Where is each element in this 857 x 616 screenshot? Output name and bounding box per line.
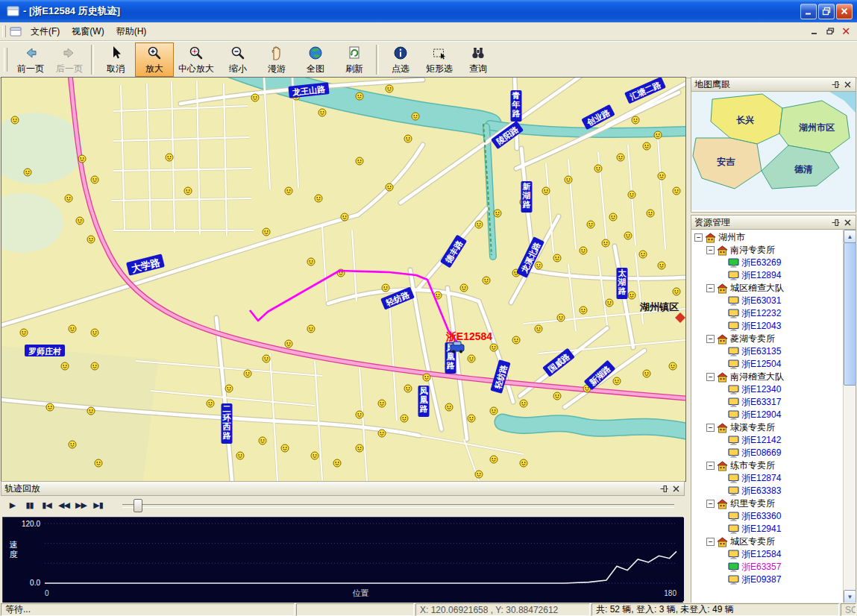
minimize-button[interactable] [800,4,817,19]
vehicle-smiley-marker[interactable] [580,247,587,254]
vehicle-smiley-marker[interactable] [251,94,259,101]
vehicle-smiley-marker[interactable] [91,176,98,183]
vehicle-smiley-marker[interactable] [11,116,19,124]
vehicle-smiley-marker[interactable] [490,407,497,415]
vehicle-smiley-marker[interactable] [78,155,86,163]
vehicle-smiley-marker[interactable] [24,169,31,176]
close-icon[interactable] [842,218,853,227]
vehicle-smiley-marker[interactable] [673,288,680,295]
vehicle-smiley-marker[interactable] [263,228,270,236]
vehicle-smiley-marker[interactable] [46,403,54,411]
vehicle-smiley-marker[interactable] [475,221,483,228]
tree-node-vehicle[interactable]: 浙E63031 [691,295,844,307]
close-icon[interactable] [842,80,853,89]
menu-file[interactable]: 文件(F) [25,23,66,40]
vehicle-smiley-marker[interactable] [602,239,609,247]
mdi-minimize-button[interactable] [808,25,821,37]
tree-node-vehicle[interactable]: 浙E63269 [691,257,844,269]
toolbar-button-rect-select[interactable]: 矩形选 [420,43,459,77]
tree-node-vehicle[interactable]: 浙E12142 [691,434,844,447]
vehicle-smiley-marker[interactable] [69,325,76,333]
playback-pause-button[interactable]: ▮▮ [21,497,38,513]
tree-node-vehicle[interactable]: 浙E12043 [691,320,844,333]
vehicle-smiley-marker[interactable] [404,385,412,392]
vehicle-smiley-marker[interactable] [386,183,393,191]
tree-node-group[interactable]: −菱湖专卖所 [691,333,844,345]
vehicle-smiley-marker[interactable] [69,441,76,448]
tree-scrollbar[interactable]: ▲ ▼ [843,230,856,603]
playback-rewind-button[interactable]: ◀◀ [55,497,72,513]
vehicle-smiley-marker[interactable] [65,195,72,202]
vehicle-smiley-marker[interactable] [490,456,497,463]
vehicle-smiley-marker[interactable] [557,314,565,321]
vehicle-smiley-marker[interactable] [236,452,244,459]
vehicle-smiley-marker[interactable] [490,344,497,351]
vehicle-smiley-marker[interactable] [378,430,386,437]
vehicle-smiley-marker[interactable] [594,165,602,172]
pin-icon[interactable] [830,80,841,89]
vehicle-smiley-marker[interactable] [244,370,251,377]
vehicle-smiley-marker[interactable] [333,459,341,467]
vehicle-smiley-marker[interactable] [628,292,635,299]
vehicle-smiley-marker[interactable] [382,284,389,292]
vehicle-smiley-marker[interactable] [378,400,386,407]
vehicle-smiley-marker[interactable] [587,221,594,228]
tree-node-vehicle[interactable]: 浙E12504 [691,358,844,371]
vehicle-smiley-marker[interactable] [658,172,665,180]
vehicle-smiley-marker[interactable] [91,362,98,370]
vehicle-smiley-marker[interactable] [356,157,363,165]
scroll-thumb[interactable] [844,242,856,386]
vehicle-smiley-marker[interactable] [632,116,639,124]
vehicle-smiley-marker[interactable] [404,135,412,142]
scroll-down-button[interactable]: ▼ [844,590,856,603]
toolbar-button-cancel[interactable]: 取消 [96,43,135,77]
vehicle-smiley-marker[interactable] [468,415,475,422]
vehicle-smiley-marker[interactable] [445,403,453,411]
menu-window[interactable]: 视窗(W) [66,23,110,40]
toolbar-grip[interactable] [4,48,7,72]
tree-node-vehicle[interactable]: 浙E08669 [691,447,844,459]
tree-node-vehicle[interactable]: 浙E12874 [691,472,844,485]
vehicle-smiley-marker[interactable] [166,154,173,161]
tree-node-group[interactable]: −练市专卖所 [691,459,844,472]
vehicle-smiley-marker[interactable] [580,307,587,314]
playback-step-back-button[interactable]: ▮◀ [38,497,55,513]
vehicle-smiley-marker[interactable] [356,444,363,452]
vehicle-smiley-marker[interactable] [386,85,393,92]
playback-slider-track[interactable] [122,504,674,508]
vehicle-smiley-marker[interactable] [61,362,69,370]
tree-expander[interactable]: − [706,246,715,254]
toolbar-button-point-select[interactable]: 点选 [381,43,420,77]
tree-node-group[interactable]: −南浔专卖所 [691,244,844,257]
vehicle-smiley-marker[interactable] [483,277,490,284]
vehicle-smiley-marker[interactable] [553,392,561,400]
vehicle-smiley-marker[interactable] [87,407,95,415]
tree-expander[interactable]: − [706,284,715,292]
vehicle-smiley-marker[interactable] [535,325,542,333]
vehicle-smiley-marker[interactable] [520,459,527,467]
mdi-close-button[interactable] [839,25,853,37]
vehicle-smiley-marker[interactable] [401,415,408,422]
vehicle-smiley-marker[interactable] [356,92,363,100]
tree-node-vehicle[interactable]: 浙E12232 [691,307,844,320]
tree-node-city[interactable]: −湖州市 [691,231,844,244]
close-button[interactable] [836,4,853,19]
vehicle-smiley-marker[interactable] [207,400,214,407]
vehicle-smiley-marker[interactable] [494,210,501,217]
tree-expander[interactable]: − [706,335,715,343]
restore-button[interactable] [818,4,835,19]
vehicle-smiley-marker[interactable] [643,370,650,377]
vehicle-smiley-marker[interactable] [285,187,292,195]
vehicle-smiley-marker[interactable] [624,232,632,239]
vehicle-smiley-marker[interactable] [281,444,289,452]
vehicle-smiley-marker[interactable] [673,187,680,195]
tree-expander[interactable]: − [706,462,715,470]
vehicle-smiley-marker[interactable] [341,213,348,221]
toolbar-button-prev-page[interactable]: 前一页 [11,43,50,77]
vehicle-smiley-marker[interactable] [356,411,363,418]
tree-node-vehicle[interactable]: 浙E09387 [691,573,844,586]
menu-help[interactable]: 帮助(H) [110,23,153,40]
vehicle-smiley-marker[interactable] [259,437,266,444]
tree-node-vehicle[interactable]: 浙E12904 [691,409,844,421]
vehicle-smiley-marker[interactable] [654,131,662,139]
